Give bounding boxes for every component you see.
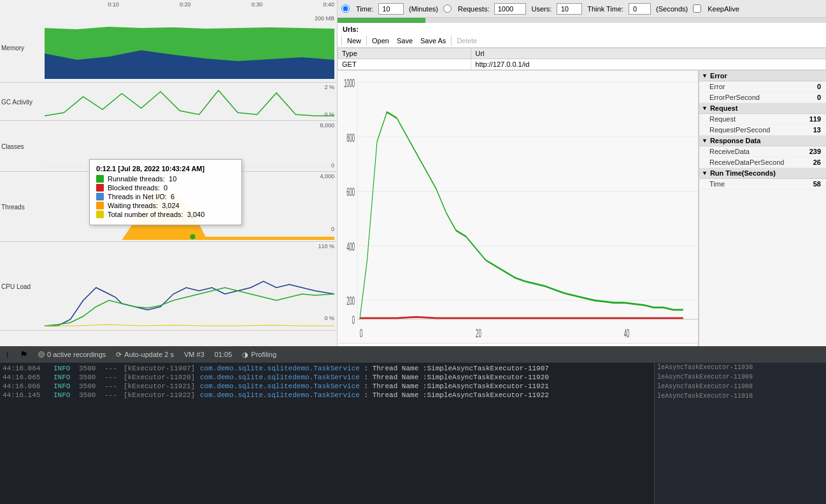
stats-row-error: Error 0 (699, 81, 826, 92)
top-panel: 0:10 0:20 0:30 0:40 200 MB 0 MB Memory 2… (0, 0, 826, 356)
cl-time-3: 44:16.145 (3, 391, 53, 399)
time-label: Time: (356, 5, 373, 13)
config-bar: Time: (Minutes) Requests: Users: Think T… (338, 0, 826, 18)
stats-row-request-per-second: RequestPerSecond 13 (699, 125, 826, 136)
classes-label: Classes (1, 143, 45, 150)
request-arrow: ▼ (702, 105, 708, 111)
url-row-0[interactable]: GET http://127.0.0.1/id (338, 59, 826, 70)
cl-executor-0: [kExecutor-11907] (124, 365, 200, 372)
cl-time-1: 44:16.065 (3, 374, 53, 381)
time-radio[interactable] (341, 4, 350, 13)
requests-chart-area: 1000 800 600 400 200 0 0 20 40 (338, 71, 699, 356)
tooltip-label-netio: Threads in Net I/O: 6 (108, 193, 174, 200)
cl-text-2: : Thread Name :SimpleAsyncTaskExecutor-1… (360, 382, 549, 390)
recordings-label: 0 active recordings (47, 351, 106, 358)
runtime-arrow: ▼ (702, 170, 708, 176)
requests-chart-canvas: 1000 800 600 400 200 0 0 20 40 (338, 71, 698, 343)
time-status: 01:05 (215, 351, 232, 358)
tooltip-row-blocked: Blocked threads: 0 (96, 184, 235, 192)
request-section-label: Request (710, 104, 737, 112)
error-per-second-label: ErrorPerSecond (709, 94, 760, 101)
delete-button[interactable]: Delete (453, 36, 481, 46)
cl-num-1: 3500 (79, 374, 104, 381)
stats-row-receive-data-per-second: ReceiveDataPerSecond 26 (699, 157, 826, 168)
nav-up-arrow[interactable]: ↑ (5, 349, 10, 360)
requests-radio[interactable] (443, 4, 452, 13)
cl-level-3: INFO (53, 391, 79, 399)
vm-label: VM #3 (184, 351, 204, 358)
open-button[interactable]: Open (368, 36, 393, 46)
stats-section-error-header[interactable]: ▼ Error (699, 71, 826, 81)
memory-label: Memory (1, 44, 45, 51)
svg-text:1000: 1000 (344, 76, 355, 90)
left-charts-panel: 0:10 0:20 0:30 0:40 200 MB 0 MB Memory 2… (0, 0, 338, 356)
cl-text-3: : Thread Name :SimpleAsyncTaskExecutor-1… (360, 391, 549, 399)
vm-status: VM #3 (184, 351, 204, 358)
stats-section-runtime-header[interactable]: ▼ Run Time(Seconds) (699, 168, 826, 179)
time-stat-label: Time (709, 180, 725, 188)
receive-data-value: 239 (809, 148, 821, 155)
tooltip-color-blue (96, 193, 104, 200)
profiling-status[interactable]: ◑ Profiling (242, 351, 276, 359)
profiling-icon: ◑ (242, 351, 248, 359)
svg-point-4 (190, 234, 196, 239)
response-section-label: Response Data (710, 137, 760, 144)
receive-data-label: ReceiveData (709, 148, 750, 155)
cl-class-2: com.demo.sqlite.sqlitedemo.TaskService (200, 382, 360, 390)
toolbar-sep-1 (341, 36, 342, 46)
request-value: 119 (809, 115, 821, 123)
x-axis-top: 0:10 0:20 0:30 0:40 (45, 0, 337, 13)
gc-chart-section: 2 % 0 % GC Activity (0, 83, 337, 121)
tooltip-color-green (96, 175, 104, 183)
cpu-label: CPU Load (1, 283, 45, 290)
tooltip-row-waiting: Waiting threads: 3,024 (96, 202, 235, 209)
svg-text:0: 0 (360, 326, 362, 340)
request-label: Request (709, 115, 736, 123)
keepalive-checkbox[interactable] (693, 4, 701, 13)
stats-row-time: Time 58 (699, 179, 826, 190)
recording-dot (38, 351, 45, 358)
col-url: Url (471, 48, 826, 59)
users-input[interactable] (557, 3, 582, 15)
cl-text-0: : Thread Name :SimpleAsyncTaskExecutor-1… (360, 365, 549, 372)
cl-text-1: : Thread Name :SimpleAsyncTaskExecutor-1… (360, 374, 549, 381)
rps-label: RequestPerSecond (709, 126, 770, 134)
cl-num-0: 3500 (79, 365, 104, 372)
requests-label: Requests: (458, 5, 490, 13)
new-button[interactable]: New (343, 36, 365, 46)
progress-bar-container (338, 18, 826, 23)
stats-section-request-header[interactable]: ▼ Request (699, 103, 826, 114)
bottom-console: leAsyncTaskExecutor-11930 leAsyncTaskExe… (0, 363, 826, 504)
save-button[interactable]: Save (393, 36, 417, 46)
stats-section-response-header[interactable]: ▼ Response Data (699, 136, 826, 146)
url-value-0: http://127.0.0.1/id (471, 59, 826, 70)
url-type-0: GET (338, 59, 471, 70)
think-time-input[interactable] (629, 3, 651, 15)
stats-row-receive-data: ReceiveData 239 (699, 146, 826, 157)
right-main: 1000 800 600 400 200 0 0 20 40 (338, 71, 826, 356)
status-time: 01:05 (215, 351, 232, 358)
stats-panel: ▼ Error Error 0 ErrorPerSecond 0 ▼ Reque… (699, 71, 826, 356)
right-panel-line-2: leAsyncTaskExecutor-11909 (655, 372, 826, 382)
cpu-chart-section: 110 % 0 % CPU Load (0, 242, 337, 331)
save-as-button[interactable]: Save As (417, 36, 450, 46)
cl-level-2: INFO (53, 382, 79, 390)
urls-toolbar: New Open Save Save As Delete (338, 34, 826, 48)
rdps-value: 26 (813, 158, 821, 166)
autoupdate-status[interactable]: ⟳ Auto-update 2 s (116, 351, 174, 359)
svg-text:20: 20 (476, 326, 481, 340)
tooltip-label-runnable: Runnable threads: 10 (108, 175, 176, 183)
time-input[interactable] (378, 3, 404, 15)
requests-input[interactable] (494, 3, 526, 15)
tooltip-color-red (96, 184, 104, 192)
cl-class-0: com.demo.sqlite.sqlitedemo.TaskService (200, 365, 360, 372)
tooltip-row-total: Total number of threads: 3,040 (96, 211, 235, 218)
error-per-second-value: 0 (817, 94, 821, 101)
cl-executor-1: [kExecutor-11920] (124, 374, 200, 381)
autoupdate-label: Auto-update 2 s (124, 351, 174, 358)
nav-flag-icon[interactable]: ⚑ (20, 349, 28, 360)
cl-executor-2: [kExecutor-11921] (124, 382, 200, 390)
stats-row-error-per-second: ErrorPerSecond 0 (699, 92, 826, 103)
tooltip-label-blocked: Blocked threads: 0 (108, 184, 167, 192)
rps-value: 13 (813, 126, 821, 134)
